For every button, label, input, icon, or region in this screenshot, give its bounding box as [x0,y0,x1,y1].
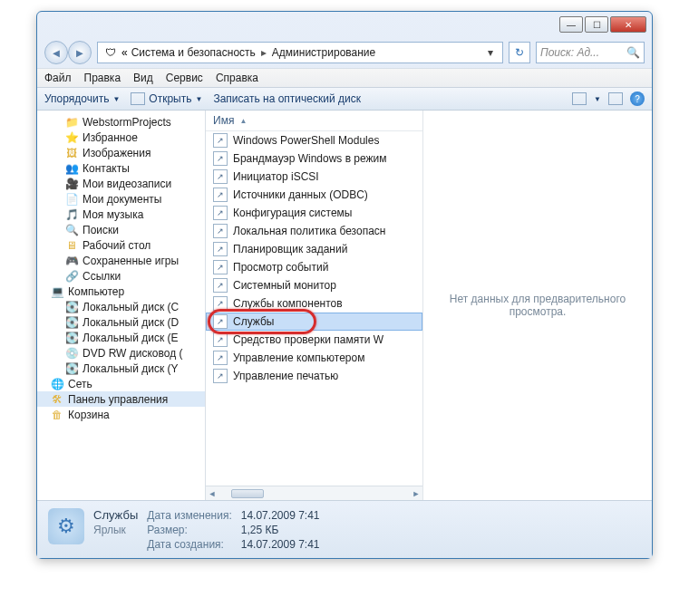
tree-item[interactable]: 💻Компьютер [37,284,205,299]
open-button[interactable]: Открыть ▼ [131,92,202,105]
forward-button[interactable]: ► [68,41,92,64]
shortcut-icon: ↗ [213,188,228,202]
tree-item[interactable]: 💽Локальный диск (Y [37,361,205,376]
file-item[interactable]: ↗Службы компонентов [206,294,422,313]
file-list-body: ↗Windows PowerShell Modules↗Брандмауэр W… [206,131,422,385]
file-item[interactable]: ↗Windows PowerShell Modules [206,131,422,149]
address-dropdown-icon[interactable]: ▾ [484,46,497,59]
close-button[interactable]: ✕ [610,16,646,33]
file-item[interactable]: ↗Службы [206,313,422,331]
file-item[interactable]: ↗Источники данных (ODBC) [206,186,422,204]
nav-row: ◄ ► 🛡 « Система и безопасность ▸ Админис… [37,37,652,68]
details-created-label: Дата создания: [147,538,232,551]
tree-item-label: Ссылки [82,270,121,283]
file-item[interactable]: ↗Инициатор iSCSI [206,168,422,186]
file-item[interactable]: ↗Просмотр событий [206,258,422,276]
tree-item[interactable]: 🎵Моя музыка [37,207,205,222]
scroll-thumb[interactable] [231,489,264,498]
tree-item[interactable]: 🗑Корзина [37,407,205,422]
column-header-name[interactable]: Имя ▲ [206,111,422,131]
nav-buttons: ◄ ► [44,41,92,64]
tree-item-label: Контакты [82,162,130,175]
breadcrumb-part-2[interactable]: Администрирование [272,46,375,59]
view-mode-button[interactable] [572,92,587,105]
tree-item[interactable]: 💿DVD RW дисковод ( [37,345,205,361]
tree-item[interactable]: 💽Локальный диск (D [37,314,205,330]
sort-asc-icon: ▲ [239,117,247,125]
file-item[interactable]: ↗Управление компьютером [206,349,422,367]
folder-icon: 🎮 [64,254,79,267]
folder-icon: 💽 [64,361,79,375]
menu-help[interactable]: Справка [216,72,258,84]
minimize-button[interactable]: — [559,16,583,33]
tree-item[interactable]: 🖼Изображения [37,145,205,160]
help-button[interactable]: ? [630,91,645,106]
tree-item-label: DVD RW дисковод ( [82,347,183,360]
tree-item-label: Мои документы [82,193,161,206]
tree-item-label: Локальный диск (E [82,332,179,344]
file-item-label: Просмотр событий [233,261,328,274]
shortcut-icon: ↗ [213,206,228,220]
chevron-left-icon: « [121,46,128,59]
tree-item[interactable]: 🔗Ссылки [37,268,205,284]
file-item[interactable]: ↗Планировщик заданий [206,240,422,258]
organize-button[interactable]: Упорядочить ▼ [44,92,120,105]
address-bar[interactable]: 🛡 « Система и безопасность ▸ Администрир… [97,42,503,63]
details-name: Службы [93,508,138,522]
file-item[interactable]: ↗Управление печатью [206,367,422,385]
refresh-button[interactable]: ↻ [509,42,530,63]
menu-file[interactable]: Файл [44,72,72,84]
maximize-button[interactable]: ☐ [585,16,608,33]
file-item-label: Брандмауэр Windows в режим [233,152,387,165]
tree-item[interactable]: 📁WebstormProjects [37,114,205,130]
scroll-left-icon[interactable]: ◄ [206,489,218,498]
folder-icon: 🗑 [50,408,64,421]
tree-item[interactable]: 🎮Сохраненные игры [37,253,205,268]
tree-item[interactable]: 🖥Рабочий стол [37,237,205,253]
file-item-label: Windows PowerShell Modules [233,134,379,147]
search-input[interactable]: Поиск: Ад... 🔍 [536,42,645,63]
burn-button[interactable]: Записать на оптический диск [213,92,361,105]
shortcut-icon: ↗ [213,133,228,148]
back-button[interactable]: ◄ [44,41,68,64]
tree-item-label: Поиски [82,224,119,236]
file-item[interactable]: ↗Конфигурация системы [206,204,422,222]
file-item[interactable]: ↗Локальная политика безопасн [206,222,422,240]
file-list[interactable]: Имя ▲ ↗Windows PowerShell Modules↗Брандм… [206,111,423,500]
menu-edit[interactable]: Правка [84,72,121,84]
shortcut-icon: ↗ [213,260,228,274]
file-item[interactable]: ↗Брандмауэр Windows в режим [206,149,422,168]
folder-icon: 💽 [64,300,79,313]
search-icon: 🔍 [626,46,640,59]
chevron-down-icon: ▼ [195,95,202,103]
tree-item[interactable]: 🔍Поиски [37,222,205,237]
tree-item-label: Изображения [82,147,150,159]
preview-pane: Нет данных для предварительного просмотр… [423,111,652,500]
menu-bar: Файл Правка Вид Сервис Справка [37,68,652,88]
menu-tools[interactable]: Сервис [166,72,203,84]
breadcrumb-part-1[interactable]: Система и безопасность [131,46,256,59]
file-item-label: Управление компьютером [233,351,364,364]
scroll-right-icon[interactable]: ► [410,489,422,498]
tree-item[interactable]: 👥Контакты [37,160,205,176]
file-item[interactable]: ↗Средство проверки памяти W [206,331,422,349]
tree-item[interactable]: 🎥Мои видеозаписи [37,176,205,191]
tree-item-label: WebstormProjects [82,116,171,129]
tree-item[interactable]: 💽Локальный диск (C [37,299,205,314]
file-item[interactable]: ↗Системный монитор [206,276,422,294]
tree-item-label: Компьютер [68,285,124,298]
tree-item[interactable]: 💽Локальный диск (E [37,330,205,345]
menu-view[interactable]: Вид [133,72,153,84]
chevron-down-icon[interactable]: ▼ [594,95,601,103]
tree-item-label: Локальный диск (C [82,301,179,313]
tree-item[interactable]: ⭐Избранное [37,130,205,145]
details-size-label: Размер: [147,524,232,536]
nav-tree[interactable]: 📁WebstormProjects⭐Избранное🖼Изображения👥… [37,111,206,500]
preview-pane-button[interactable] [608,92,623,105]
tree-item-label: Локальный диск (D [82,316,179,329]
open-icon [131,92,145,105]
h-scrollbar[interactable]: ◄ ► [206,486,422,500]
tree-item[interactable]: 🛠Панель управления [37,391,205,407]
tree-item[interactable]: 📄Мои документы [37,191,205,207]
tree-item[interactable]: 🌐Сеть [37,376,205,391]
